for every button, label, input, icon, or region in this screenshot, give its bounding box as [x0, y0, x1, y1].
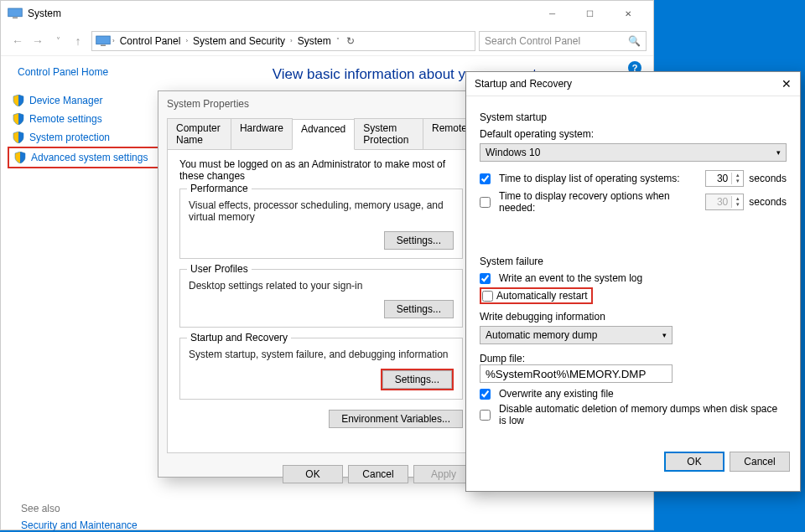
performance-settings-button[interactable]: Settings...	[384, 231, 454, 250]
group-title: Performance	[187, 183, 252, 194]
sidebar-item-device-manager[interactable]: Device Manager	[8, 91, 162, 110]
sidebar-item-label: Advanced system settings	[31, 152, 148, 163]
sidebar-item-remote-settings[interactable]: Remote settings	[8, 110, 162, 128]
dump-type-dropdown[interactable]: Automatic memory dump ▾	[480, 326, 673, 344]
tab-computer-name[interactable]: Computer Name	[167, 118, 231, 149]
window-title: System	[28, 8, 61, 19]
dropdown-value: Windows 10	[486, 147, 540, 158]
titlebar: System ─ ☐ ✕	[1, 1, 653, 26]
svg-rect-0	[8, 8, 23, 17]
chevron-right-icon: ›	[111, 37, 117, 44]
time-list-spinner[interactable]: ▲▼	[705, 170, 744, 187]
write-debug-label: Write debugging information	[480, 311, 787, 323]
address-bar[interactable]: › Control Panel › System and Security › …	[91, 31, 475, 51]
user-profiles-settings-button[interactable]: Settings...	[384, 300, 454, 318]
time-recovery-label: Time to display recovery options when ne…	[499, 190, 700, 214]
chevron-right-icon: ›	[288, 37, 294, 44]
group-desc: Desktop settings related to your sign-in	[189, 280, 454, 292]
recent-dropdown[interactable]: ˅	[48, 31, 68, 51]
auto-restart-checkbox[interactable]	[482, 291, 493, 302]
auto-restart-label: Automatically restart	[496, 290, 588, 302]
dump-file-label: Dump file:	[480, 353, 787, 364]
system-startup-label: System startup	[480, 111, 787, 123]
back-button[interactable]: ←	[8, 31, 28, 51]
chevron-down-icon: ▾	[662, 331, 667, 339]
close-button[interactable]: ✕	[609, 1, 647, 26]
monitor-icon	[96, 35, 111, 47]
sidebar-item-label: System protection	[29, 132, 110, 143]
tab-advanced[interactable]: Advanced	[292, 119, 355, 150]
group-title: User Profiles	[187, 263, 252, 275]
startup-recovery-settings-button[interactable]: Settings...	[382, 370, 452, 389]
search-icon: 🔍	[628, 35, 641, 47]
control-panel-home-link[interactable]: Control Panel Home	[8, 66, 162, 78]
crumb-control-panel[interactable]: Control Panel	[117, 34, 184, 49]
cancel-button[interactable]: Cancel	[348, 465, 408, 483]
system-failure-label: System failure	[480, 256, 787, 267]
admin-note: You must be logged on as an Administrato…	[179, 158, 463, 182]
shield-icon	[13, 95, 24, 106]
user-profiles-group: User Profiles Desktop settings related t…	[179, 269, 463, 328]
shield-icon	[13, 113, 24, 125]
sidebar-item-label: Device Manager	[29, 95, 102, 106]
chevron-down-icon: ▾	[776, 148, 781, 157]
seconds-label: seconds	[749, 173, 787, 184]
environment-variables-button[interactable]: Environment Variables...	[329, 410, 463, 428]
time-list-label: Time to display list of operating system…	[499, 173, 700, 184]
sidebar-item-label: Remote settings	[29, 113, 102, 125]
system-icon	[8, 8, 23, 19]
overwrite-label: Overwrite any existing file	[499, 388, 614, 400]
tab-strip: Computer Name Hardware Advanced System P…	[167, 118, 475, 150]
crumb-system[interactable]: System	[294, 34, 335, 49]
svg-rect-2	[96, 36, 111, 44]
svg-rect-3	[101, 44, 106, 46]
time-list-checkbox[interactable]	[480, 173, 491, 184]
write-event-checkbox[interactable]	[480, 273, 491, 284]
close-icon[interactable]: ✕	[782, 77, 792, 90]
chevron-down-icon[interactable]: ˅	[335, 37, 341, 44]
write-event-label: Write an event to the system log	[499, 272, 642, 284]
tab-hardware[interactable]: Hardware	[231, 118, 293, 149]
startup-recovery-group: Startup and Recovery System startup, sys…	[179, 338, 463, 400]
svg-rect-1	[13, 18, 18, 19]
up-button[interactable]: ↑	[68, 31, 88, 51]
search-input[interactable]: Search Control Panel 🔍	[479, 31, 647, 51]
disable-deletion-checkbox[interactable]	[480, 410, 491, 421]
ok-button[interactable]: OK	[664, 452, 724, 472]
security-maintenance-link[interactable]: Security and Maintenance	[21, 519, 138, 531]
ok-button[interactable]: OK	[283, 465, 343, 483]
time-list-value[interactable]	[706, 171, 731, 186]
group-title: Startup and Recovery	[187, 332, 291, 343]
default-os-dropdown[interactable]: Windows 10 ▾	[480, 143, 787, 162]
time-recovery-spinner: ▲▼	[705, 194, 744, 210]
crumb-system-security[interactable]: System and Security	[190, 34, 288, 49]
maximize-button[interactable]: ☐	[571, 1, 609, 26]
dialog-title: System Properties	[158, 91, 484, 113]
group-desc: Visual effects, processor scheduling, me…	[189, 199, 454, 223]
default-os-label: Default operating system:	[480, 128, 787, 140]
shield-icon	[13, 132, 24, 143]
cancel-button[interactable]: Cancel	[730, 452, 790, 472]
sidebar-item-advanced-system-settings[interactable]: Advanced system settings	[8, 147, 162, 168]
overwrite-checkbox[interactable]	[480, 389, 491, 400]
disable-deletion-label: Disable automatic deletion of memory dum…	[499, 403, 787, 426]
shield-icon	[14, 152, 26, 163]
sidebar-item-system-protection[interactable]: System protection	[8, 128, 162, 147]
startup-recovery-dialog: Startup and Recovery ✕ System startup De…	[465, 71, 801, 492]
tab-system-protection[interactable]: System Protection	[354, 118, 423, 149]
time-recovery-checkbox[interactable]	[480, 197, 491, 208]
forward-button[interactable]: →	[28, 31, 48, 51]
dump-file-input[interactable]	[480, 364, 673, 383]
chevron-right-icon: ›	[184, 37, 190, 44]
refresh-icon[interactable]: ↻	[346, 35, 355, 47]
minimize-button[interactable]: ─	[533, 1, 571, 26]
seconds-label: seconds	[749, 196, 787, 208]
dialog-title: Startup and Recovery	[475, 78, 572, 90]
search-placeholder: Search Control Panel	[485, 35, 580, 47]
dropdown-value: Automatic memory dump	[486, 329, 597, 341]
nav-toolbar: ← → ˅ ↑ › Control Panel › System and Sec…	[1, 26, 653, 56]
performance-group: Performance Visual effects, processor sc…	[179, 189, 463, 259]
sidebar: Control Panel Home Device Manager Remote…	[1, 56, 169, 529]
see-also-label: See also	[21, 503, 60, 514]
group-desc: System startup, system failure, and debu…	[189, 349, 454, 360]
